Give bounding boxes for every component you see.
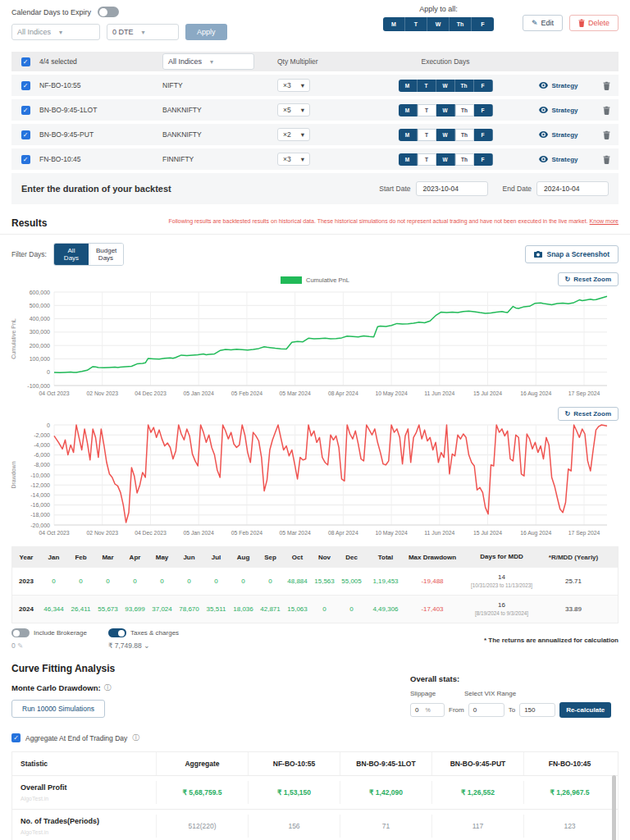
svg-text:04 Dec 2023: 04 Dec 2023 [135,530,167,536]
mdd-days-cell: 16[8/19/2024 to 9/3/2024] [459,601,545,617]
day-pill-w[interactable]: W [436,129,455,141]
day-pill-m[interactable]: M [399,153,418,166]
scrollbar-thumb[interactable] [612,775,616,840]
rmdd-cell: 33.89 [545,605,602,613]
qty-multiplier-select[interactable]: ×3▾ [277,153,310,166]
day-pill-w[interactable]: W [427,17,450,31]
strategy-index: BANKNIFTY [162,130,277,139]
day-pill-th[interactable]: Th [455,129,474,141]
day-pill-f[interactable]: F [474,153,493,166]
filter-budget-days-tab[interactable]: Budget Days [89,244,123,265]
row-checkbox[interactable]: ✓ [21,155,30,164]
day-pill-f[interactable]: F [474,104,493,116]
day-pill-m[interactable]: M [399,129,418,141]
aggregate-checkbox[interactable]: ✓ [11,733,21,742]
reset-zoom-button[interactable]: ↻Reset Zoom [558,407,619,421]
pencil-icon[interactable]: ✎ [17,641,23,650]
row-checkbox[interactable]: ✓ [21,81,30,90]
svg-text:0: 0 [47,369,50,375]
select-all-checkbox[interactable]: ✓ [21,57,30,66]
include-brokerage-label: Include Brokerage [34,629,87,637]
svg-text:400,000: 400,000 [30,316,50,322]
monthly-row: 202446,34426,41155,67393,69937,02478,670… [12,595,618,623]
info-icon[interactable]: ⓘ [132,733,139,743]
strategy-table: ✓ 4/4 selected All Indices ▾ Qty Multipl… [11,52,619,204]
info-icon[interactable]: ⓘ [104,682,112,693]
trash-icon[interactable] [603,130,610,139]
stat-label: No. of Trades(Periods) [21,817,151,825]
monte-carlo-label: Monte Carlo Drawdown: [11,683,101,692]
row-checkbox[interactable]: ✓ [21,106,30,115]
row-checkbox[interactable]: ✓ [21,130,30,139]
day-pill-t[interactable]: T [418,129,436,141]
strategy-link[interactable]: Strategy [523,131,594,139]
drawdown-chart: ↻Reset Zoom 0-2,000-4,000-6,000-8,000-10… [0,405,630,540]
reset-zoom-button[interactable]: ↻Reset Zoom [558,272,619,286]
day-pill-t[interactable]: T [405,17,427,31]
slippage-input[interactable]: 0% [410,703,445,717]
qty-multiplier-select[interactable]: ×2▾ [277,128,310,141]
include-brokerage-toggle[interactable] [11,628,30,637]
chevron-down-icon[interactable]: ⌄ [144,641,149,650]
strategy-row: ✓NF-BO-10:55NIFTY×3▾MTWThFStrategy [11,75,619,96]
cumulative-pnl-plot: 600,000500,000400,000300,000200,000100,0… [8,285,619,399]
strategy-link[interactable]: Strategy [523,82,594,89]
trash-icon[interactable] [603,155,610,164]
day-pill-w[interactable]: W [436,104,455,116]
apply-button[interactable]: Apply [185,24,227,40]
dte-select[interactable]: 0 DTE ▾ [107,24,179,40]
day-pill-m[interactable]: M [383,17,405,31]
day-pill-th[interactable]: Th [455,80,474,92]
monthly-row: 202300000000048,88415,56355,0051,19,453-… [12,567,618,595]
svg-text:05 Feb 2024: 05 Feb 2024 [231,390,262,396]
strategy-name: FN-BO-10:45 [39,155,162,163]
day-pill-w[interactable]: W [436,153,455,166]
day-pill-w[interactable]: W [436,80,455,92]
edit-button[interactable]: ✎ Edit [523,15,563,31]
month-value: 78,670 [176,605,203,613]
strategy-link-label: Strategy [551,82,578,89]
stat-value: 117 [431,815,523,838]
snap-screenshot-button[interactable]: Snap a Screenshot [525,245,619,263]
day-pill-t[interactable]: T [418,104,436,116]
month-value: 55,673 [94,605,121,613]
column-header: BN-BO-9:45-1LOT [340,752,431,775]
day-pill-th[interactable]: Th [455,104,474,116]
delete-button[interactable]: Delete [569,15,619,31]
month-value: 26,411 [67,605,94,613]
index-filter-select[interactable]: All Indices ▾ [162,53,254,70]
trash-icon[interactable] [603,106,610,115]
day-pill-m[interactable]: M [399,80,418,92]
end-date-input[interactable]: 2024-10-04 [536,181,609,196]
results-title: Results [11,217,118,229]
day-pill-m[interactable]: M [399,104,418,116]
day-pill-f[interactable]: F [474,80,493,92]
day-pill-t[interactable]: T [418,80,436,92]
day-pill-th[interactable]: Th [450,17,472,31]
start-date-input[interactable]: 2023-10-04 [416,181,488,196]
index-select[interactable]: All Indices ▾ [11,24,100,40]
run-simulations-button[interactable]: Run 10000 Simulations [11,700,105,718]
day-pill-t[interactable]: T [418,153,436,166]
month-value: 0 [40,578,67,585]
vix-to-input[interactable]: 150 [519,703,555,717]
strategy-link[interactable]: Strategy [523,107,594,114]
day-pill-f[interactable]: F [472,17,494,31]
day-pill-f[interactable]: F [474,129,493,141]
vix-from-input[interactable]: 0 [468,703,504,717]
trash-icon[interactable] [603,81,610,90]
recalculate-button[interactable]: Re-calculate [559,702,611,718]
day-pill-th[interactable]: Th [455,153,474,166]
svg-text:05 Jan 2024: 05 Jan 2024 [183,530,214,536]
svg-text:16 Aug 2024: 16 Aug 2024 [520,530,551,536]
filter-days-segment: All Days Budget Days [53,243,124,266]
strategy-link[interactable]: Strategy [523,156,594,163]
qty-multiplier-select[interactable]: ×5▾ [277,103,310,116]
month-value: 18,036 [230,605,257,613]
calendar-days-toggle[interactable] [98,7,119,17]
qty-multiplier-select[interactable]: ×3▾ [277,79,310,92]
end-date-label: End Date [503,185,532,193]
know-more-link[interactable]: Know more [590,218,619,224]
taxes-charges-toggle[interactable] [108,628,126,637]
filter-all-days-tab[interactable]: All Days [54,244,89,265]
